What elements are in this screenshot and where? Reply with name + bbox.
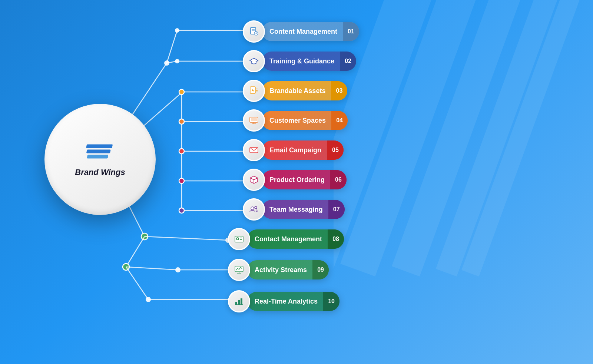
feature-item-3: Brandable Assets03: [243, 80, 347, 102]
feature-label-pill-2[interactable]: Training & Guidance02: [262, 52, 356, 71]
feature-icon-8: [228, 228, 250, 250]
svg-rect-35: [86, 149, 111, 153]
feature-item-2: Training & Guidance02: [243, 50, 356, 72]
feature-label-text-2: Training & Guidance: [269, 57, 334, 65]
svg-rect-68: [238, 300, 240, 305]
feature-number-badge-1: 01: [343, 22, 359, 41]
feature-number-badge-3: 03: [331, 81, 347, 100]
feature-label-text-1: Content Management: [269, 28, 337, 36]
feature-label-pill-10[interactable]: Real-Time Analytics10: [247, 292, 339, 311]
feature-label-pill-7[interactable]: Team Messaging07: [262, 200, 345, 219]
feature-number-badge-8: 08: [328, 229, 344, 249]
feature-label-text-3: Brandable Assets: [269, 87, 325, 95]
svg-point-58: [251, 207, 254, 210]
svg-rect-69: [241, 298, 242, 305]
feature-number-badge-10: 10: [323, 292, 339, 311]
feature-icon-6: [243, 169, 265, 191]
feature-item-8: Contact Management08: [228, 228, 344, 250]
feature-item-5: Email Campaign05: [243, 139, 344, 161]
svg-rect-36: [87, 155, 108, 158]
feature-label-text-9: Activity Streams: [255, 266, 307, 274]
feature-label-text-6: Product Ordering: [269, 176, 325, 184]
feature-item-4: Customer Spaces04: [243, 109, 348, 132]
feature-label-pill-6[interactable]: Product Ordering06: [262, 170, 347, 189]
svg-point-42: [256, 33, 257, 34]
feature-icon-4: [243, 109, 265, 132]
feature-item-6: Product Ordering06: [243, 169, 347, 191]
feature-number-badge-5: 05: [327, 140, 344, 160]
feature-icon-1: [243, 20, 265, 43]
svg-rect-60: [235, 236, 243, 242]
feature-label-text-4: Customer Spaces: [269, 117, 326, 125]
feature-number-badge-6: 06: [330, 170, 347, 189]
brand-wings-logo-icon: [85, 142, 115, 164]
feature-item-1: Content Management01: [243, 20, 359, 43]
feature-icon-2: [243, 50, 265, 72]
feature-icon-10: [228, 290, 250, 312]
feature-number-badge-4: 04: [331, 111, 348, 130]
feature-item-7: Team Messaging07: [243, 198, 345, 221]
svg-rect-67: [235, 302, 237, 305]
svg-rect-53: [251, 118, 257, 121]
feature-label-pill-4[interactable]: Customer Spaces04: [262, 111, 348, 130]
feature-label-text-8: Contact Management: [255, 235, 322, 243]
svg-rect-64: [235, 266, 243, 272]
center-logo-circle: Brand Wings: [44, 104, 156, 215]
feature-label-text-7: Team Messaging: [269, 206, 323, 214]
svg-point-59: [255, 206, 257, 209]
feature-number-badge-2: 02: [340, 52, 356, 71]
feature-label-text-5: Email Campaign: [269, 146, 322, 154]
feature-number-badge-7: 07: [328, 200, 345, 219]
feature-icon-3: [243, 80, 265, 102]
feature-icon-9: [228, 259, 250, 281]
main-container: Brand Wings Content Management01Training…: [0, 0, 593, 364]
feature-item-10: Real-Time Analytics10: [228, 290, 339, 312]
svg-rect-34: [86, 144, 113, 148]
feature-label-pill-9[interactable]: Activity Streams09: [247, 260, 329, 279]
feature-label-pill-1[interactable]: Content Management01: [262, 22, 359, 41]
feature-label-pill-5[interactable]: Email Campaign05: [262, 140, 344, 160]
feature-icon-5: [243, 139, 265, 161]
feature-label-text-10: Real-Time Analytics: [255, 298, 318, 305]
feature-icon-7: [243, 198, 265, 221]
feature-number-badge-9: 09: [312, 260, 329, 279]
feature-label-pill-3[interactable]: Brandable Assets03: [262, 81, 347, 100]
brand-name-text: Brand Wings: [75, 168, 125, 177]
feature-label-pill-8[interactable]: Contact Management08: [247, 229, 344, 249]
feature-item-9: Activity Streams09: [228, 259, 329, 281]
